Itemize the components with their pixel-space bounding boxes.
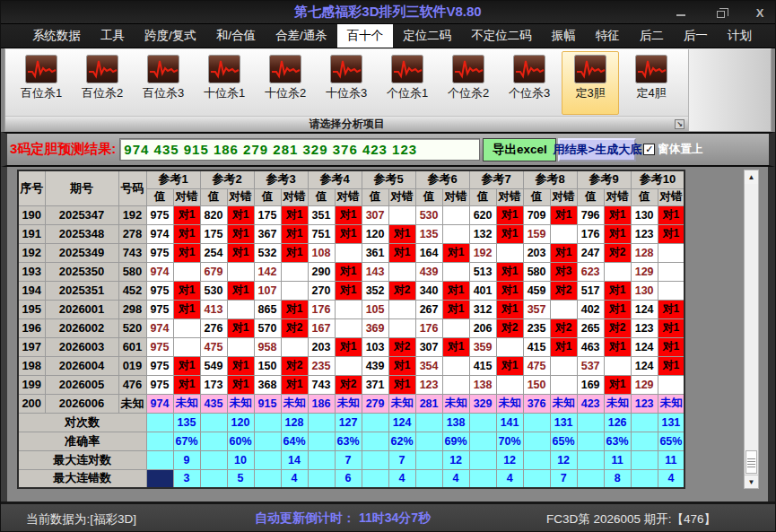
restore-button[interactable] <box>712 5 728 20</box>
ref-mark-cell[interactable] <box>227 337 254 356</box>
summary-empty-cell[interactable] <box>308 450 335 469</box>
ref-mark-cell[interactable]: 对1 <box>335 337 362 356</box>
number-cell[interactable]: 019 <box>118 356 146 375</box>
tool-button-6[interactable]: 十位杀3 <box>318 51 375 115</box>
ref-mark-cell[interactable]: 对1 <box>173 281 200 300</box>
seq-cell[interactable]: 194 <box>18 281 45 300</box>
summary-value-cell[interactable]: 12 <box>442 450 469 469</box>
menu-item-6[interactable]: 百十个 <box>337 24 394 48</box>
ref-mark-cell[interactable]: 对1 <box>496 281 523 300</box>
menu-item-1[interactable]: 系统数据 <box>22 24 91 48</box>
ref-mark-cell[interactable]: 对1 <box>496 356 523 375</box>
ref-value-cell[interactable]: 415 <box>469 356 496 375</box>
ref-mark-cell[interactable]: 对2 <box>388 337 415 356</box>
prediction-result-input[interactable] <box>119 138 480 161</box>
ref-mark-cell[interactable] <box>388 300 415 318</box>
scrollbar-thumb[interactable] <box>745 450 757 474</box>
ref-value-cell[interactable]: 371 <box>362 375 388 394</box>
ref-value-cell[interactable]: 130 <box>631 205 658 224</box>
summary-value-cell[interactable]: 127 <box>335 413 362 432</box>
summary-empty-cell[interactable] <box>469 450 496 469</box>
summary-value-cell[interactable]: 12 <box>496 450 523 469</box>
ref-value-cell[interactable]: 129 <box>631 375 658 394</box>
summary-empty-cell[interactable] <box>200 432 227 450</box>
issue-cell[interactable]: 2025348 <box>45 224 118 243</box>
summary-value-cell[interactable]: 141 <box>496 413 523 432</box>
ref-mark-cell[interactable]: 未知 <box>227 394 254 413</box>
ref-mark-cell[interactable] <box>173 262 200 281</box>
ref-value-cell[interactable]: 865 <box>254 300 281 318</box>
ref-mark-cell[interactable] <box>442 224 469 243</box>
ref-value-cell[interactable]: 570 <box>254 318 281 337</box>
ref-mark-cell[interactable] <box>658 243 684 262</box>
tool-button-7[interactable]: 个位杀1 <box>379 51 436 115</box>
ref-mark-cell[interactable] <box>604 356 631 375</box>
ref-value-cell[interactable]: 173 <box>200 375 227 394</box>
ref-value-cell[interactable]: 459 <box>523 281 550 300</box>
ref-mark-cell[interactable]: 对1 <box>227 318 254 337</box>
summary-value-cell[interactable]: 69% <box>442 432 469 450</box>
menu-item-5[interactable]: 合差/通杀 <box>266 24 337 48</box>
summary-value-cell[interactable]: 128 <box>281 413 308 432</box>
ref-mark-cell[interactable]: 对1 <box>227 356 254 375</box>
ref-mark-cell[interactable]: 未知 <box>281 394 308 413</box>
ref-value-cell[interactable]: 340 <box>415 281 442 300</box>
summary-value-cell[interactable]: 65% <box>550 432 577 450</box>
ref-value-cell[interactable]: 270 <box>308 281 335 300</box>
ref-value-cell[interactable]: 307 <box>362 205 388 224</box>
ref-mark-cell[interactable]: 未知 <box>335 394 362 413</box>
ref-value-cell[interactable]: 235 <box>523 318 550 337</box>
ref-mark-cell[interactable]: 对1 <box>388 375 415 394</box>
number-cell[interactable]: 192 <box>118 205 146 224</box>
menu-item-13[interactable]: 计划 <box>718 24 762 48</box>
ref-mark-cell[interactable]: 对1 <box>227 281 254 300</box>
ref-value-cell[interactable]: 368 <box>254 375 281 394</box>
summary-value-cell[interactable]: 5 <box>227 469 254 488</box>
ref-mark-cell[interactable] <box>281 337 308 356</box>
summary-empty-cell[interactable] <box>146 413 173 432</box>
ref-mark-cell[interactable]: 对1 <box>604 300 631 318</box>
issue-cell[interactable]: 2026005 <box>45 375 118 394</box>
ref-mark-cell[interactable]: 对1 <box>496 262 523 281</box>
ref-value-cell[interactable]: 307 <box>415 337 442 356</box>
summary-value-cell[interactable]: 4 <box>496 469 523 488</box>
seq-cell[interactable]: 193 <box>18 262 45 281</box>
ref-mark-cell[interactable]: 对1 <box>496 205 523 224</box>
ref-mark-cell[interactable]: 对1 <box>658 300 684 318</box>
ref-value-cell[interactable]: 276 <box>200 318 227 337</box>
ref-mark-cell[interactable] <box>658 281 684 300</box>
menu-item-9[interactable]: 振幅 <box>542 24 586 48</box>
tool-button-4[interactable]: 十位杀1 <box>196 51 253 115</box>
ref-value-cell[interactable]: 176 <box>308 300 335 318</box>
ref-mark-cell[interactable]: 对1 <box>658 318 684 337</box>
summary-value-cell[interactable]: 64% <box>281 432 308 450</box>
summary-value-cell[interactable]: 11 <box>658 450 684 469</box>
ref-value-cell[interactable]: 975 <box>146 205 173 224</box>
ref-value-cell[interactable]: 123 <box>415 375 442 394</box>
ref-mark-cell[interactable]: 对2 <box>281 318 308 337</box>
number-cell[interactable]: 未知 <box>118 394 146 413</box>
ref-value-cell[interactable]: 203 <box>523 243 550 262</box>
summary-empty-cell[interactable] <box>146 469 173 488</box>
ref-mark-cell[interactable]: 未知 <box>173 394 200 413</box>
ref-mark-cell[interactable]: 对1 <box>658 356 684 375</box>
ref-value-cell[interactable]: 192 <box>469 243 496 262</box>
ref-mark-cell[interactable]: 对1 <box>173 356 200 375</box>
ref-mark-cell[interactable]: 对2 <box>281 356 308 375</box>
number-cell[interactable]: 278 <box>118 224 146 243</box>
summary-value-cell[interactable]: 8 <box>604 469 631 488</box>
minimize-button[interactable] <box>673 5 689 20</box>
ref-mark-cell[interactable]: 对1 <box>658 224 684 243</box>
ref-mark-cell[interactable]: 对1 <box>550 243 577 262</box>
ref-value-cell[interactable]: 107 <box>254 281 281 300</box>
ref-mark-cell[interactable] <box>442 205 469 224</box>
ref-mark-cell[interactable] <box>335 318 362 337</box>
ref-value-cell[interactable]: 124 <box>631 300 658 318</box>
ref-mark-cell[interactable] <box>173 337 200 356</box>
ref-mark-cell[interactable] <box>550 224 577 243</box>
summary-empty-cell[interactable] <box>631 450 658 469</box>
number-cell[interactable]: 476 <box>118 375 146 394</box>
ref-mark-cell[interactable]: 对1 <box>550 205 577 224</box>
menu-item-10[interactable]: 特征 <box>586 24 630 48</box>
ref-mark-cell[interactable]: 对1 <box>496 300 523 318</box>
